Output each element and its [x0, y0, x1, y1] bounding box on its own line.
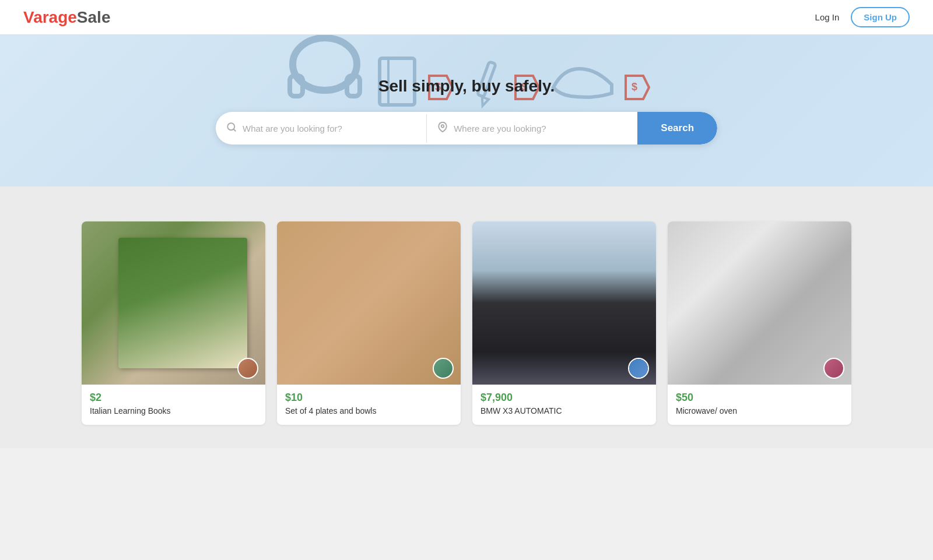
hero-banner: $ $ $ Sell simply, buy safely.: [0, 35, 933, 186]
main-content: $2 Italian Learning Books $10 Set of 4 p…: [0, 186, 933, 448]
header: VarageSale Log In Sign Up: [0, 0, 933, 35]
hero-tagline: Sell simply, buy safely.: [378, 77, 555, 96]
listing-price: $50: [676, 392, 843, 404]
seller-avatar: [237, 358, 258, 379]
listings-grid: $2 Italian Learning Books $10 Set of 4 p…: [82, 221, 851, 425]
listing-info: $7,900 BMW X3 AUTOMATIC: [472, 385, 656, 425]
listing-title: BMW X3 AUTOMATIC: [480, 406, 648, 415]
hero-decorations: $ $ $: [0, 35, 933, 186]
avatar-circle: [238, 359, 257, 378]
svg-point-0: [293, 38, 357, 90]
listing-card[interactable]: $7,900 BMW X3 AUTOMATIC: [472, 221, 656, 425]
listing-info: $50 Microwave/ oven: [668, 385, 851, 425]
search-where-input[interactable]: [454, 114, 627, 143]
avatar-circle: [629, 359, 648, 378]
logo[interactable]: VarageSale: [23, 8, 110, 27]
listing-image: [82, 221, 265, 385]
listing-card[interactable]: $2 Italian Learning Books: [82, 221, 265, 425]
listing-card[interactable]: $50 Microwave/ oven: [668, 221, 851, 425]
svg-marker-7: [479, 97, 489, 107]
search-icon: [226, 122, 237, 135]
svg-line-11: [233, 129, 235, 131]
logo-varrage: Varage: [23, 8, 77, 26]
listing-title: Microwave/ oven: [676, 406, 843, 415]
listing-price: $2: [90, 392, 257, 404]
svg-rect-1: [290, 76, 303, 96]
location-icon: [437, 122, 448, 135]
avatar-circle: [825, 359, 843, 378]
signup-button[interactable]: Sign Up: [851, 7, 910, 27]
search-what-section: [216, 114, 427, 143]
listing-image: [472, 221, 656, 385]
logo-sale: Sale: [77, 8, 111, 26]
listing-title: Set of 4 plates and bowls: [285, 406, 453, 415]
search-where-section: [427, 114, 637, 143]
listing-title: Italian Learning Books: [90, 406, 257, 415]
listing-image: [277, 221, 461, 385]
search-what-input[interactable]: [243, 114, 416, 143]
listing-card[interactable]: $10 Set of 4 plates and bowls: [277, 221, 461, 425]
listing-info: $10 Set of 4 plates and bowls: [277, 385, 461, 425]
listing-price: $10: [285, 392, 453, 404]
listing-info: $2 Italian Learning Books: [82, 385, 265, 425]
search-button[interactable]: Search: [637, 112, 717, 145]
price-tag-right-bottom: $: [620, 70, 655, 111]
seller-avatar: [628, 358, 649, 379]
header-nav: Log In Sign Up: [815, 7, 910, 27]
search-bar: Search: [216, 112, 717, 145]
shoe-deco: [548, 41, 618, 111]
svg-text:$: $: [632, 81, 637, 93]
listing-image: [668, 221, 851, 385]
listing-price: $7,900: [480, 392, 648, 404]
svg-point-12: [441, 125, 444, 128]
svg-rect-2: [347, 76, 360, 96]
login-link[interactable]: Log In: [815, 12, 840, 22]
seller-avatar: [823, 358, 844, 379]
seller-avatar: [433, 358, 454, 379]
headphones-deco: [278, 35, 371, 111]
avatar-circle: [434, 359, 453, 378]
